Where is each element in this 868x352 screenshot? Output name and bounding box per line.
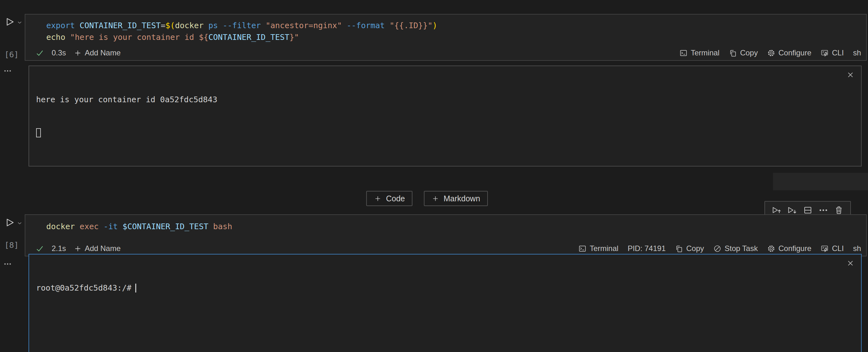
code-line: echo "here is your container id ${CONTAI… bbox=[46, 31, 866, 43]
plus-icon bbox=[73, 244, 82, 253]
copy-button[interactable]: Copy bbox=[675, 244, 704, 253]
more-actions-icon[interactable] bbox=[818, 205, 828, 215]
plus-icon bbox=[73, 49, 82, 57]
execution-count-label: [8] bbox=[4, 241, 19, 250]
cell-actions: TerminalCopyConfigureCLIsh bbox=[679, 49, 861, 57]
code-line: docker exec -it $CONTAINER_ID_TEST bash bbox=[46, 221, 866, 232]
code-cell: export CONTAINER_ID_TEST=$(docker ps --f… bbox=[25, 14, 867, 61]
code-editor[interactable]: export CONTAINER_ID_TEST=$(docker ps --f… bbox=[25, 14, 866, 43]
success-check-icon bbox=[35, 244, 44, 253]
configure-button[interactable]: Configure bbox=[767, 244, 811, 253]
terminal-icon bbox=[679, 49, 688, 57]
code-cell: docker exec -it $CONTAINER_ID_TEST bash … bbox=[25, 214, 867, 256]
notebook-editor: { "colors": { "background": "#1c1c1c", "… bbox=[0, 0, 868, 352]
terminal-button[interactable]: Terminal bbox=[679, 49, 719, 57]
success-check-icon bbox=[35, 49, 44, 57]
cell-output-container: here is your container id 0a52fdc5d843 bbox=[29, 66, 862, 166]
gear-icon bbox=[767, 244, 775, 253]
insert-cell-row: Code Markdown bbox=[0, 191, 854, 206]
cli-button[interactable]: CLI bbox=[820, 49, 844, 57]
chevron-down-icon[interactable] bbox=[17, 19, 23, 26]
terminal-button[interactable]: Terminal bbox=[578, 244, 618, 253]
copy-button[interactable]: Copy bbox=[728, 49, 758, 57]
close-output-icon[interactable] bbox=[846, 259, 855, 267]
stop-icon bbox=[713, 244, 722, 253]
hover-highlight bbox=[773, 173, 868, 190]
terminal-prompt-line: root@0a52fdc5d843:/# bbox=[36, 282, 861, 293]
add-markdown-cell-button[interactable]: Markdown bbox=[424, 191, 488, 206]
cli-icon bbox=[820, 244, 829, 253]
add-code-cell-button[interactable]: Code bbox=[366, 191, 412, 206]
split-cell-icon[interactable] bbox=[803, 205, 813, 215]
gear-icon bbox=[767, 49, 775, 57]
execution-count-label: [6] bbox=[4, 50, 19, 59]
duration-label: 2.1s bbox=[52, 244, 66, 253]
terminal-icon bbox=[578, 244, 587, 253]
pid-label: PID: 74191 bbox=[627, 244, 665, 253]
stop-task-button[interactable]: Stop Task bbox=[713, 244, 758, 253]
code-editor[interactable]: docker exec -it $CONTAINER_ID_TEST bash bbox=[25, 215, 866, 232]
duration-label: 0.3s bbox=[52, 49, 66, 57]
run-cell-button[interactable] bbox=[4, 17, 15, 27]
shell-type-label: sh bbox=[853, 244, 861, 253]
copy-icon bbox=[728, 49, 737, 57]
execute-above-icon[interactable] bbox=[771, 205, 781, 215]
copy-icon bbox=[675, 244, 683, 253]
code-line: export CONTAINER_ID_TEST=$(docker ps --f… bbox=[46, 20, 866, 31]
terminal-output-line: here is your container id 0a52fdc5d843 bbox=[36, 94, 861, 105]
shell-type-label: sh bbox=[853, 49, 861, 57]
execute-below-icon[interactable] bbox=[787, 205, 797, 215]
configure-button[interactable]: Configure bbox=[767, 49, 811, 57]
terminal-output[interactable]: root@0a52fdc5d843:/# bbox=[29, 255, 861, 316]
cli-button[interactable]: CLI bbox=[820, 244, 844, 253]
cell-status-bar: 0.3s Add Name TerminalCopyConfigureCLIsh bbox=[25, 45, 866, 60]
output-more-actions-icon[interactable] bbox=[3, 260, 12, 268]
chevron-down-icon[interactable] bbox=[17, 220, 23, 226]
terminal-output[interactable]: here is your container id 0a52fdc5d843 bbox=[29, 66, 861, 162]
add-name-button[interactable]: Add Name bbox=[73, 49, 120, 57]
plus-icon bbox=[374, 195, 382, 202]
cell-output-container: root@0a52fdc5d843:/# bbox=[29, 254, 862, 352]
run-cell-button[interactable] bbox=[4, 217, 15, 228]
cell-actions: TerminalPID: 74191CopyStop TaskConfigure… bbox=[578, 244, 861, 253]
terminal-cursor bbox=[135, 284, 136, 292]
cli-icon bbox=[820, 49, 829, 57]
plus-icon bbox=[431, 195, 439, 202]
delete-cell-icon[interactable] bbox=[834, 205, 844, 215]
terminal-cursor bbox=[36, 128, 41, 137]
output-more-actions-icon[interactable] bbox=[3, 66, 12, 75]
close-output-icon[interactable] bbox=[846, 71, 855, 79]
add-name-button[interactable]: Add Name bbox=[73, 244, 120, 253]
